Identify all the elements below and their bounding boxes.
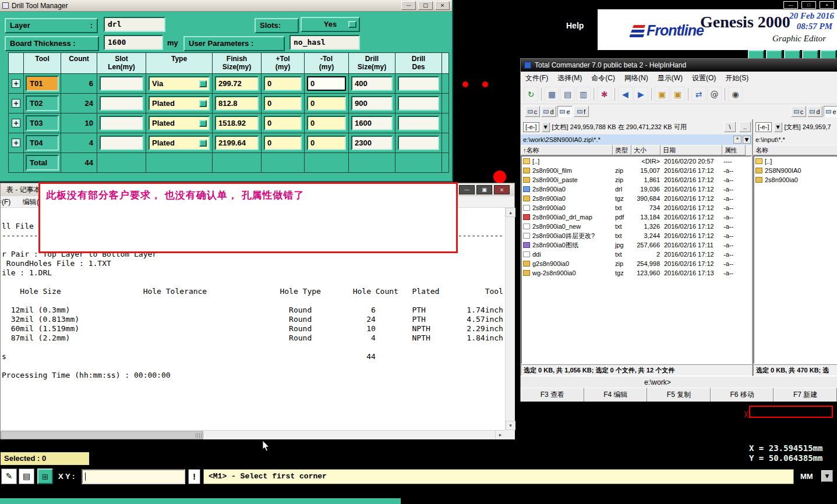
forward-icon[interactable]: ▶ bbox=[634, 87, 648, 101]
fkey-button[interactable]: F3 查看 bbox=[521, 388, 584, 402]
scrollbar-thumb[interactable] bbox=[1, 431, 203, 439]
type-select[interactable]: Plated bbox=[149, 116, 210, 130]
finish-size-input[interactable]: 2199.64 bbox=[215, 136, 259, 150]
drill-size-input[interactable]: 1600 bbox=[351, 116, 393, 130]
minimize-icon[interactable]: — bbox=[459, 185, 475, 194]
drill-size-input[interactable]: 900 bbox=[351, 96, 393, 111]
pack-icon[interactable]: ▣ bbox=[655, 87, 669, 101]
file-row[interactable]: 2s8n900i_pastezip1,8612016/02/16 17:12-a… bbox=[522, 175, 751, 184]
column-header[interactable]: 属性 bbox=[722, 145, 746, 155]
fkey-button[interactable]: F7 新建 bbox=[774, 388, 837, 402]
close-icon[interactable]: × bbox=[494, 185, 510, 194]
drill-des-input[interactable] bbox=[398, 96, 439, 111]
close-icon[interactable]: × bbox=[435, 1, 450, 10]
drive-f-button[interactable]: f bbox=[574, 106, 589, 117]
tool-id-field[interactable]: T04 bbox=[26, 135, 59, 151]
drill-des-input[interactable] bbox=[398, 136, 439, 150]
file-row[interactable]: 2s8n900ia0 bbox=[754, 175, 837, 184]
column-header[interactable]: ↑名称 bbox=[521, 145, 613, 155]
drill-size-input[interactable]: 2300 bbox=[351, 136, 393, 150]
parent-dir-button[interactable]: .. bbox=[739, 122, 751, 132]
root-dir-button[interactable]: \ bbox=[724, 122, 736, 132]
drive-combo[interactable]: [-e-] bbox=[523, 122, 539, 132]
back-icon[interactable]: ◀ bbox=[618, 87, 633, 101]
ftp-url-icon[interactable]: @ bbox=[707, 87, 722, 101]
scroll-up-icon[interactable]: ▴ bbox=[506, 208, 515, 217]
slot-len-input[interactable] bbox=[100, 116, 143, 130]
finish-size-input[interactable]: 1518.92 bbox=[215, 116, 259, 130]
left-path-row[interactable]: e:\work\2S8N900IA0.zip\*.* * ▼ bbox=[521, 134, 752, 145]
menu-item[interactable]: 命令(C) bbox=[587, 72, 620, 84]
column-header[interactable]: 日期 bbox=[661, 145, 722, 155]
file-row[interactable]: g2s8n900ia0zip254,9982016/02/16 17:12-a-… bbox=[522, 259, 751, 268]
maximize-icon[interactable]: □ bbox=[418, 1, 433, 10]
file-row[interactable]: [..]<DIR>2016/02/20 20:57---- bbox=[522, 157, 751, 166]
close-icon[interactable]: × bbox=[820, 1, 834, 9]
horizontal-scrollbar[interactable]: ▸ bbox=[1, 430, 505, 439]
file-row[interactable]: 2S8N900IA0 bbox=[754, 166, 837, 175]
tree-view-icon[interactable]: ▥ bbox=[576, 87, 591, 101]
column-header[interactable]: 类型 bbox=[613, 145, 631, 155]
minus-tol-input[interactable]: 0 bbox=[307, 116, 346, 130]
scroll-down-icon[interactable]: ▾ bbox=[506, 421, 515, 430]
drive-e-button[interactable]: e bbox=[557, 106, 573, 117]
fkey-button[interactable]: F6 移动 bbox=[711, 388, 774, 402]
type-select[interactable]: Via bbox=[149, 76, 210, 91]
plus-tol-input[interactable]: 0 bbox=[264, 96, 302, 111]
tool-id-field[interactable]: T03 bbox=[26, 115, 59, 131]
quick-view-icon[interactable]: ✱ bbox=[597, 87, 612, 101]
drill-size-input[interactable]: 400 bbox=[351, 76, 393, 91]
file-row[interactable]: 2s8n900i_filmzip15,0072016/02/16 17:12-a… bbox=[522, 166, 751, 175]
units-dropdown-icon[interactable]: ▼ bbox=[821, 470, 833, 482]
drill-des-input[interactable] bbox=[398, 116, 439, 130]
finish-size-input[interactable]: 812.8 bbox=[215, 96, 259, 111]
pencil-icon[interactable]: ✎ bbox=[1, 468, 17, 484]
drive-e-button[interactable]: e bbox=[824, 106, 837, 117]
row-select-icon[interactable]: + bbox=[12, 99, 20, 108]
column-header[interactable]: 名称 bbox=[753, 145, 837, 155]
file-row[interactable]: 2s8n900ia0_newtxt1,3262016/02/16 17:12-a… bbox=[522, 222, 751, 231]
file-row[interactable]: 2s8n900ia0_drl_mappdf13,1842016/02/16 17… bbox=[522, 212, 751, 222]
vertical-scrollbar[interactable]: ▴ ▾ bbox=[505, 208, 515, 430]
slot-len-input[interactable] bbox=[100, 96, 143, 111]
right-path-row[interactable]: e:\input\*.* bbox=[753, 134, 837, 145]
layer-input[interactable]: drl bbox=[104, 17, 165, 32]
type-dropdown-icon[interactable] bbox=[199, 100, 207, 107]
menu-item[interactable]: 选择(M) bbox=[553, 72, 587, 84]
maximize-icon[interactable]: □ bbox=[801, 1, 816, 9]
board-thickness-input[interactable]: 1600 bbox=[104, 35, 163, 50]
minus-tol-input[interactable]: 0 bbox=[307, 96, 346, 111]
alert-button[interactable]: ! bbox=[188, 469, 200, 484]
maximize-icon[interactable]: ▣ bbox=[476, 185, 492, 194]
type-select[interactable]: Plated bbox=[149, 136, 210, 150]
tool-id-field[interactable]: T01 bbox=[26, 76, 59, 91]
drive-c-button[interactable]: c bbox=[525, 106, 540, 117]
slot-len-input[interactable] bbox=[100, 76, 143, 91]
row-select-icon[interactable]: + bbox=[12, 139, 20, 147]
full-view-icon[interactable]: ▤ bbox=[560, 87, 575, 101]
drive-d-button[interactable]: d bbox=[541, 106, 556, 117]
ftp-connect-icon[interactable]: ⇄ bbox=[691, 87, 706, 101]
help-button[interactable]: Help bbox=[566, 21, 584, 30]
window-titlebar[interactable]: Total Commander 7.0 public beta 2 - Help… bbox=[521, 59, 837, 72]
minus-tol-input[interactable]: 0 bbox=[307, 76, 346, 91]
drive-c-button[interactable]: c bbox=[791, 106, 806, 117]
command-line[interactable]: e:\work> bbox=[521, 376, 837, 388]
finish-size-input[interactable]: 299.72 bbox=[215, 76, 259, 91]
fkey-button[interactable]: F5 复制 bbox=[647, 388, 711, 402]
row-select-icon[interactable]: + bbox=[12, 79, 20, 88]
search-icon[interactable]: ◉ bbox=[728, 87, 743, 101]
xy-coordinate-input[interactable] bbox=[82, 469, 185, 484]
file-row[interactable]: 2s8n900ia0tgz390,6842016/02/16 17:12-a-- bbox=[522, 194, 751, 203]
file-row[interactable]: wg-2s8n900ia0tgz123,9602016/02/16 17:13-… bbox=[522, 268, 751, 278]
type-select[interactable]: Plated bbox=[149, 96, 210, 111]
slots-select[interactable]: Yes bbox=[301, 17, 360, 32]
plus-tol-input[interactable]: 0 bbox=[264, 116, 302, 130]
plus-tol-input[interactable]: 0 bbox=[264, 76, 302, 91]
file-row[interactable]: 2s8n900ia0图纸jpg257,6662016/02/16 17:11-a… bbox=[522, 240, 751, 250]
type-dropdown-icon[interactable] bbox=[199, 120, 207, 127]
chevron-down-icon[interactable]: ▼ bbox=[774, 122, 782, 132]
chevron-down-icon[interactable]: ▼ bbox=[542, 122, 550, 132]
dropdown-icon[interactable] bbox=[348, 21, 356, 28]
minimize-icon[interactable]: — bbox=[783, 1, 798, 9]
